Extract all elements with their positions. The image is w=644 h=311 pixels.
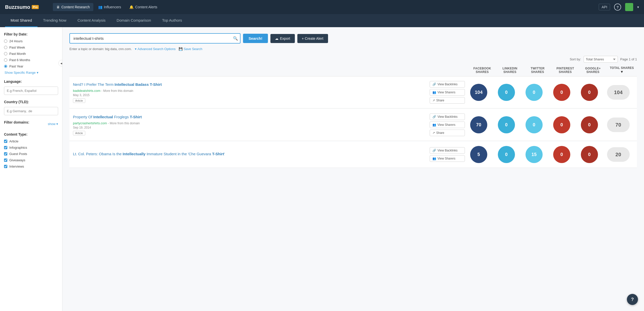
avatar[interactable] bbox=[625, 3, 633, 11]
share-btn-1[interactable]: ↗ Share bbox=[430, 97, 465, 104]
nav-influencers[interactable]: 👥 Influencers bbox=[95, 3, 125, 11]
result-row: Nerd? I Prefer The Term Intellectual Bad… bbox=[69, 76, 637, 108]
result-3-pinterest: 0 bbox=[548, 146, 576, 163]
date-option-past-month[interactable]: Past Month bbox=[4, 52, 58, 56]
page-indicator: Page 1 of 1 bbox=[620, 57, 637, 61]
date-radio-group: 24 Hours Past Week Past Month Past 6 Mon… bbox=[4, 39, 58, 68]
show-specific-range-link[interactable]: Show Specific Range ▾ bbox=[4, 71, 58, 74]
content-type-infographics[interactable]: Infographics bbox=[4, 146, 58, 149]
view-backlinks-btn-1[interactable]: 🔗 View Backlinks bbox=[430, 81, 465, 88]
result-article-2: Property Of Intellectual Froglegs T-Shir… bbox=[73, 114, 430, 135]
subnav-trending-now[interactable]: Trending Now bbox=[37, 14, 72, 27]
upload-icon: ☁ bbox=[275, 36, 278, 41]
view-sharers-btn-1[interactable]: 👥 View Sharers bbox=[430, 89, 465, 96]
result-2-google-plus: 0 bbox=[576, 116, 603, 133]
twitter-circle-1: 0 bbox=[526, 84, 543, 101]
view-backlinks-btn-3[interactable]: 🔗 View Backlinks bbox=[430, 147, 465, 154]
users-icon: 👥 bbox=[432, 123, 436, 127]
columns-header: FACEBOOKSHARES LINKEDINSHARES TWITTERSHA… bbox=[69, 66, 637, 76]
linkedin-circle-3: 0 bbox=[498, 146, 515, 163]
export-button[interactable]: ☁ Export bbox=[270, 34, 295, 43]
api-button[interactable]: API bbox=[599, 4, 610, 10]
total-shares-label: TOTAL SHARES bbox=[610, 66, 634, 70]
users-icon: 👥 bbox=[432, 157, 436, 160]
subnav-domain-comparison[interactable]: Domain Comparison bbox=[111, 14, 157, 27]
result-tag-2: Article bbox=[73, 131, 85, 135]
linkedin-circle-2: 0 bbox=[498, 116, 515, 133]
view-backlinks-btn-2[interactable]: 🔗 View Backlinks bbox=[430, 113, 465, 120]
share-btn-2[interactable]: ↗ Share bbox=[430, 130, 465, 136]
sidebar-toggle[interactable]: ◀ bbox=[58, 60, 62, 66]
sort-select[interactable]: Total Shares Facebook Shares LinkedIn Sh… bbox=[584, 56, 618, 63]
linkedin-circle-1: 0 bbox=[498, 84, 515, 101]
search-button[interactable]: Search! bbox=[243, 34, 268, 43]
language-title: Language: bbox=[4, 80, 58, 84]
result-domain-1[interactable]: badideatshirts.com bbox=[73, 89, 100, 93]
main-layout: ◀ Filter by Date: 24 Hours Past Week Pas… bbox=[0, 27, 644, 311]
help-icon[interactable]: ? bbox=[614, 4, 621, 11]
result-title-3[interactable]: Lt. Col. Peters: Obama Is the Intellectu… bbox=[73, 151, 427, 157]
account-dropdown-icon[interactable]: ▾ bbox=[637, 5, 639, 9]
content-type-guest-posts[interactable]: Guest Posts bbox=[4, 152, 58, 156]
filter-by-date-title: Filter by Date: bbox=[4, 32, 58, 36]
facebook-circle-3: 5 bbox=[470, 146, 487, 163]
result-date-2: Sep 19, 2014 bbox=[73, 126, 427, 129]
content-type-section: Content Type: Article Infographics Guest… bbox=[4, 132, 58, 168]
view-sharers-btn-2[interactable]: 👥 View Sharers bbox=[430, 122, 465, 128]
total-shares-header[interactable]: TOTAL SHARES ▼ bbox=[607, 66, 637, 74]
logo-pro-badge: Pro bbox=[32, 5, 39, 9]
result-date-1: May 3, 2015 bbox=[73, 93, 427, 97]
search-icon-button[interactable]: 🔍 bbox=[233, 36, 238, 41]
subnav-top-authors[interactable]: Top Authors bbox=[156, 14, 187, 27]
pinterest-circle-3: 0 bbox=[553, 146, 570, 163]
result-title-1[interactable]: Nerd? I Prefer The Term Intellectual Bad… bbox=[73, 82, 427, 87]
content-type-interviews[interactable]: Interviews bbox=[4, 165, 58, 168]
help-bubble[interactable]: ? bbox=[627, 294, 638, 305]
date-option-past-6-months[interactable]: Past 6 Months bbox=[4, 58, 58, 62]
logo-text: Buzzsumo bbox=[5, 4, 30, 10]
result-row: Lt. Col. Peters: Obama Is the Intellectu… bbox=[69, 141, 637, 168]
result-3-facebook: 5 bbox=[465, 146, 493, 163]
pinterest-circle-2: 0 bbox=[553, 116, 570, 133]
filter-domains-row: Filter domains: show ▾ bbox=[4, 120, 58, 127]
filter-domains-section: Filter domains: show ▾ bbox=[4, 120, 58, 127]
facebook-circle-1: 104 bbox=[470, 84, 487, 101]
date-option-past-week[interactable]: Past Week bbox=[4, 46, 58, 49]
date-option-24h[interactable]: 24 Hours bbox=[4, 39, 58, 43]
subnav-content-analysis[interactable]: Content Analysis bbox=[72, 14, 111, 27]
hint-row: Enter a topic or domain: big data, cnn.c… bbox=[69, 47, 637, 51]
link-icon: 🔗 bbox=[432, 83, 436, 86]
result-title-2[interactable]: Property Of Intellectual Froglegs T-Shir… bbox=[73, 114, 427, 120]
sort-arrow-icon: ▼ bbox=[620, 70, 624, 74]
chevron-down-icon: ▾ bbox=[135, 47, 137, 51]
content-type-giveaways[interactable]: Giveaways bbox=[4, 158, 58, 162]
subnav-most-shared[interactable]: Most Shared bbox=[5, 14, 37, 27]
language-input[interactable] bbox=[4, 87, 58, 95]
sort-row: Sort by: Total Shares Facebook Shares Li… bbox=[69, 56, 637, 63]
nav-content-research[interactable]: 🖥 Content Research bbox=[53, 3, 93, 11]
logo: Buzzsumo Pro bbox=[5, 4, 45, 10]
view-sharers-btn-3[interactable]: 👥 View Sharers bbox=[430, 155, 465, 162]
search-input[interactable] bbox=[69, 33, 240, 44]
result-3-twitter: 15 bbox=[520, 146, 548, 163]
search-row: 🔍 Search! ☁ Export + Create Alert bbox=[69, 33, 637, 44]
filter-domains-show-link[interactable]: show ▾ bbox=[48, 122, 58, 126]
country-input[interactable] bbox=[4, 107, 58, 115]
save-search-link[interactable]: 💾 Save Search bbox=[179, 47, 202, 51]
result-3-total: 20 bbox=[603, 147, 633, 162]
result-2-facebook: 70 bbox=[465, 116, 493, 133]
content-type-article[interactable]: Article bbox=[4, 139, 58, 143]
facebook-shares-header: FACEBOOKSHARES bbox=[468, 67, 496, 74]
top-nav: Buzzsumo Pro 🖥 Content Research 👥 Influe… bbox=[0, 0, 644, 14]
date-option-past-year[interactable]: Past Year bbox=[4, 64, 58, 68]
create-alert-button[interactable]: + Create Alert bbox=[297, 34, 328, 43]
advanced-search-link[interactable]: ▾ Advanced Search Options bbox=[135, 47, 176, 51]
chevron-down-icon: ▾ bbox=[37, 71, 38, 74]
result-actions-3: 🔗 View Backlinks 👥 View Sharers bbox=[430, 147, 465, 162]
result-domain-2[interactable]: partycrashertshirts.com bbox=[73, 121, 107, 125]
twitter-shares-header: TWITTERSHARES bbox=[524, 67, 551, 74]
monitor-icon: 🖥 bbox=[56, 5, 60, 9]
nav-content-alerts[interactable]: 🔔 Content Alerts bbox=[126, 3, 161, 11]
sidebar: ◀ Filter by Date: 24 Hours Past Week Pas… bbox=[0, 27, 62, 311]
country-section: Country (TLD): bbox=[4, 100, 58, 115]
